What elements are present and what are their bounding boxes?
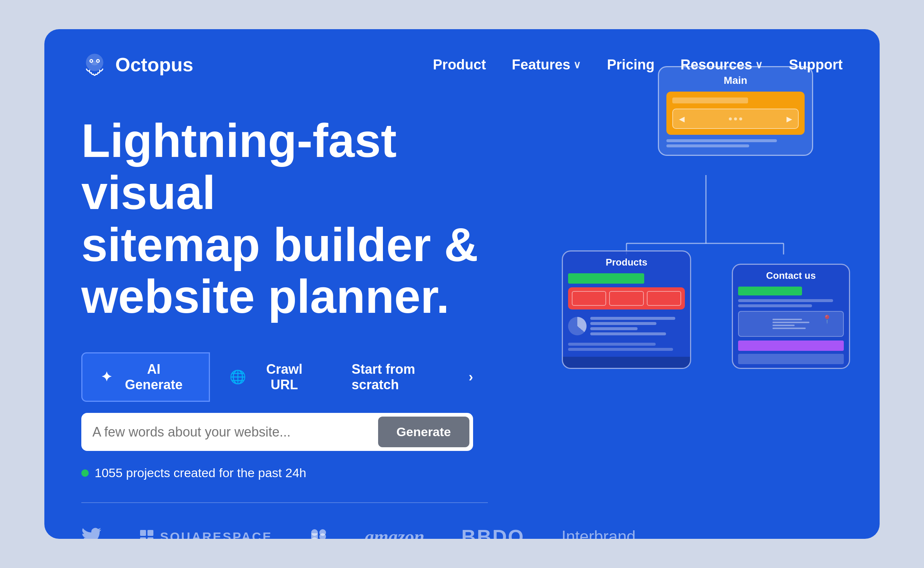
arrow-right-icon: ▶ <box>786 115 792 123</box>
brand-name: Octopus <box>115 54 193 76</box>
tab-crawl-url[interactable]: 🌐 Crawl URL <box>210 352 337 402</box>
sitemap-illustration: Main ◀ ▶ <box>562 66 850 369</box>
page-wrapper: Octopus Product Features ∨ Pricing Resou… <box>0 0 924 568</box>
pie-chart-icon <box>568 317 586 335</box>
website-description-input[interactable] <box>92 424 378 440</box>
svg-rect-7 <box>147 530 153 536</box>
logos-row: SQUARESPACE amazon <box>81 525 488 539</box>
interbrand-logo: Interbrand <box>561 527 636 539</box>
tabs-container: ✦ AI Generate 🌐 Crawl URL Start from scr… <box>81 352 488 402</box>
status-dot <box>81 470 89 477</box>
svg-rect-9 <box>147 537 153 539</box>
main-card-orange-block: ◀ ▶ <box>666 92 804 135</box>
map-block: 📍 <box>738 311 844 337</box>
tab-ai-generate[interactable]: ✦ AI Generate <box>81 352 210 402</box>
octopus-logo-icon <box>81 51 108 78</box>
hero-body: Lightning-fast visual sitemap builder & … <box>81 107 843 539</box>
svg-rect-6 <box>140 530 146 536</box>
svg-point-5 <box>91 61 98 65</box>
svg-rect-8 <box>140 537 146 539</box>
globe-icon: 🌐 <box>230 369 246 385</box>
twitter-logo <box>81 527 101 539</box>
sitemap-contact-card: Contact us 📍 <box>732 264 850 369</box>
amazon-logo: amazon <box>365 526 424 539</box>
map-pin-icon: 📍 <box>822 315 832 324</box>
svg-point-3 <box>91 60 92 62</box>
sparkle-icon: ✦ <box>101 369 112 385</box>
chevron-right-icon: › <box>469 369 473 385</box>
hero-left: Lightning-fast visual sitemap builder & … <box>81 107 488 539</box>
figma-logo <box>309 527 328 539</box>
input-row: Generate <box>81 413 473 451</box>
hero-container: Octopus Product Features ∨ Pricing Resou… <box>44 29 880 539</box>
stats-text: 1055 projects created for the past 24h <box>95 466 306 480</box>
generate-button[interactable]: Generate <box>378 417 470 447</box>
svg-point-4 <box>97 60 99 62</box>
svg-rect-14 <box>311 533 318 539</box>
logo-area[interactable]: Octopus <box>81 51 193 78</box>
sitemap-main-card: Main ◀ ▶ <box>658 66 813 156</box>
stats-row: 1055 projects created for the past 24h <box>81 466 488 480</box>
bbdo-logo: BBDO <box>461 525 524 539</box>
nav-product[interactable]: Product <box>433 57 486 73</box>
tab-start-scratch[interactable]: Start from scratch › <box>337 353 488 401</box>
squarespace-logo: SQUARESPACE <box>139 529 273 539</box>
hero-headline: Lightning-fast visual sitemap builder & … <box>81 115 488 323</box>
arrow-left-icon: ◀ <box>679 115 685 123</box>
main-card-title: Main <box>666 75 804 86</box>
divider <box>81 502 488 503</box>
sitemap-products-card: Products <box>562 251 691 369</box>
contact-card-title: Contact us <box>733 265 849 287</box>
products-card-title: Products <box>563 251 690 273</box>
